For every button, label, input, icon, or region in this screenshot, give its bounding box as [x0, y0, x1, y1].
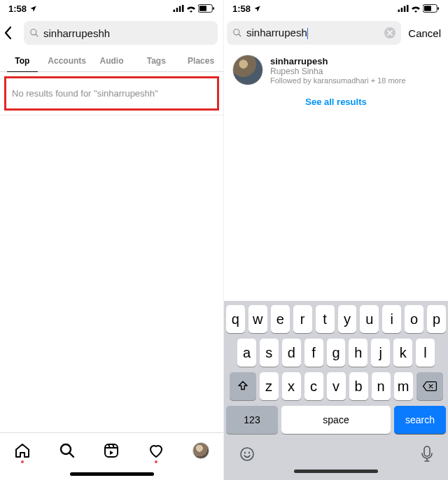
nav-reels[interactable] — [103, 442, 120, 459]
key-search[interactable]: search — [394, 406, 446, 434]
key-z[interactable]: z — [260, 372, 279, 400]
svg-point-22 — [234, 29, 239, 35]
key-shift[interactable] — [230, 372, 256, 400]
svg-point-25 — [244, 452, 246, 453]
search-icon — [29, 28, 39, 38]
tab-accounts[interactable]: Accounts — [45, 52, 90, 71]
svg-rect-16 — [401, 8, 403, 12]
key-r[interactable]: r — [293, 305, 312, 333]
svg-line-23 — [239, 34, 241, 37]
keyboard-row-1: q w e r t y u i o p — [226, 305, 446, 333]
notification-dot — [155, 460, 158, 463]
key-j[interactable]: j — [371, 339, 390, 367]
result-followed-by: Followed by karansumadhari + 18 more — [270, 76, 406, 85]
signal-icon — [173, 5, 184, 12]
key-x[interactable]: x — [282, 372, 301, 400]
key-g[interactable]: g — [327, 339, 346, 367]
result-username: sinharrupesh — [270, 56, 406, 66]
tab-audio[interactable]: Audio — [90, 52, 134, 71]
avatar-icon — [192, 442, 209, 459]
phone-left: 1:58 — [0, 0, 224, 480]
home-indicator-wrap — [0, 467, 223, 480]
svg-point-7 — [31, 29, 36, 35]
wifi-icon — [410, 4, 421, 13]
location-icon — [29, 5, 37, 13]
svg-rect-21 — [438, 7, 439, 10]
no-results-term: "sinharrupeshh" — [94, 88, 158, 99]
key-n[interactable]: n — [372, 372, 391, 400]
home-indicator[interactable] — [294, 470, 378, 473]
keyboard-row-2: a s d f g h j k l — [226, 339, 446, 367]
emoji-button[interactable] — [239, 446, 255, 463]
svg-rect-1 — [176, 8, 178, 12]
text-cursor — [307, 28, 309, 39]
key-c[interactable]: c — [304, 372, 323, 400]
battery-icon — [423, 4, 440, 13]
clear-button[interactable] — [384, 27, 396, 38]
key-o[interactable]: o — [405, 305, 424, 333]
search-text: sinharrupeshh — [43, 27, 212, 39]
key-q[interactable]: q — [226, 305, 245, 333]
key-b[interactable]: b — [349, 372, 368, 400]
key-w[interactable]: w — [248, 305, 267, 333]
search-input[interactable]: sinharrupeshh — [24, 21, 218, 45]
divider — [0, 115, 223, 115]
key-i[interactable]: i — [382, 305, 401, 333]
nav-profile[interactable] — [192, 442, 209, 459]
key-l[interactable]: l — [416, 339, 435, 367]
svg-line-10 — [69, 453, 74, 457]
key-d[interactable]: d — [282, 339, 301, 367]
search-row: sinharrupeshh — [0, 17, 223, 49]
key-u[interactable]: u — [360, 305, 379, 333]
key-k[interactable]: k — [393, 339, 412, 367]
no-results-prefix: No results found for — [12, 88, 94, 99]
key-y[interactable]: y — [338, 305, 357, 333]
location-icon — [253, 5, 261, 13]
tab-places[interactable]: Places — [178, 52, 223, 71]
search-tabs: Top Accounts Audio Tags Places — [0, 49, 223, 72]
key-p[interactable]: p — [427, 305, 446, 333]
key-m[interactable]: m — [394, 372, 413, 400]
status-time: 1:58 — [232, 3, 251, 14]
cancel-button[interactable]: Cancel — [404, 27, 442, 39]
nav-activity[interactable] — [148, 442, 164, 459]
see-all-results-link[interactable]: See all results — [224, 91, 448, 115]
key-f[interactable]: f — [304, 339, 323, 367]
keyboard-row-4: 123 space search — [226, 406, 446, 434]
wifi-icon — [186, 4, 197, 13]
key-e[interactable]: e — [271, 305, 290, 333]
key-space[interactable]: space — [281, 406, 391, 434]
keyboard-row-3: z x c v b n m — [226, 372, 446, 400]
key-v[interactable]: v — [327, 372, 346, 400]
signal-icon — [398, 5, 409, 12]
svg-rect-20 — [424, 6, 431, 10]
key-a[interactable]: a — [237, 339, 256, 367]
dictation-button[interactable] — [421, 446, 433, 463]
search-input[interactable]: sinharrupesh — [227, 21, 401, 45]
status-time: 1:58 — [8, 3, 27, 14]
keyboard-bottom-row — [226, 439, 446, 465]
key-numbers[interactable]: 123 — [226, 406, 278, 434]
key-backspace[interactable] — [416, 372, 443, 400]
nav-search[interactable] — [59, 442, 76, 459]
result-text: sinharrupesh Rupesh Sinha Followed by ka… — [270, 56, 406, 85]
svg-rect-6 — [213, 7, 214, 10]
back-button[interactable] — [3, 26, 21, 40]
home-indicator[interactable] — [70, 472, 154, 476]
tab-tags[interactable]: Tags — [134, 52, 178, 71]
search-result-row[interactable]: sinharrupesh Rupesh Sinha Followed by ka… — [224, 49, 448, 91]
key-h[interactable]: h — [349, 339, 368, 367]
svg-line-8 — [36, 34, 38, 37]
status-bar: 1:58 — [0, 0, 223, 17]
svg-rect-27 — [424, 446, 430, 456]
svg-point-24 — [241, 448, 253, 460]
search-icon — [232, 28, 242, 38]
nav-home[interactable] — [14, 442, 31, 459]
search-text: sinharrupesh — [246, 27, 380, 39]
phone-right: 1:58 sin — [224, 0, 448, 480]
key-t[interactable]: t — [316, 305, 335, 333]
key-s[interactable]: s — [260, 339, 279, 367]
svg-rect-18 — [407, 5, 409, 12]
tab-top[interactable]: Top — [0, 52, 45, 71]
result-fullname: Rupesh Sinha — [270, 66, 406, 76]
